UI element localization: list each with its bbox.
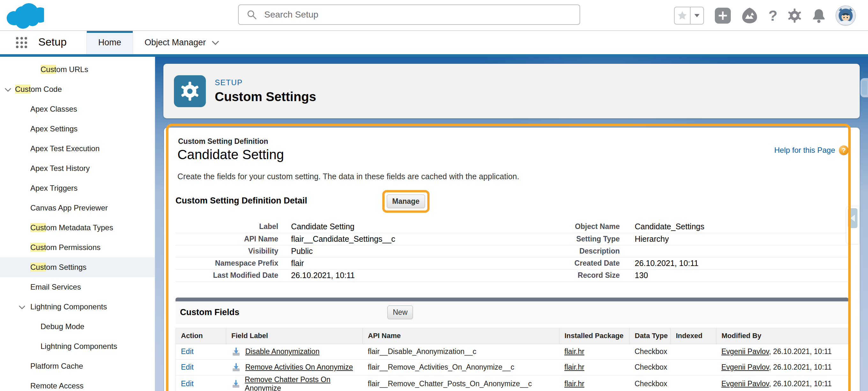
new-field-button[interactable]: New [388,305,413,319]
help-button[interactable]: ? [769,7,777,24]
modified-by-link[interactable]: Evgenii Pavlov [721,347,769,356]
sidebar-item-apex-test-execution[interactable]: Apex Test Execution [0,139,155,159]
entity-title: Candidate Setting [178,147,284,162]
app-launcher-waffle-icon[interactable] [16,37,27,48]
sidebar-item-email-services[interactable]: Email Services [0,277,155,297]
detail-row: LabelCandidate SettingObject NameCandida… [176,221,848,233]
manage-annotation-ring: Manage [382,190,430,213]
help-question-icon[interactable]: ? [839,145,848,155]
sidebar-item-canvas-app-previewer[interactable]: Canvas App Previewer [0,198,155,218]
field-label-cell: Remove Activities On Anonymize [226,359,363,375]
sidebar-item-apex-triggers[interactable]: Apex Triggers [0,178,155,198]
section-top-bar [176,298,848,301]
detail-row: Namespace PrefixflairCreated Date26.10.2… [176,257,848,269]
sidebar-item-label: Apex Triggers [30,184,78,193]
table-row: EditDisable Anonymizationflair__Disable_… [176,344,849,359]
quickfind-highlight: Cust [15,85,31,94]
sidebar-item-label: Canvas App Previewer [30,203,108,213]
field-label-cell: Remove Chatter Posts On Anonymize [226,375,363,391]
detail-value: flair__Candidate_Settings__c [283,233,487,245]
manage-button[interactable]: Manage [387,195,425,208]
sidebar-item-label: Lightning Components [30,302,107,311]
trailhead-button[interactable] [740,7,759,25]
favorites-caret-icon[interactable] [690,7,704,25]
modified-by-link[interactable]: Evgenii Pavlov [721,363,769,371]
column-header-data-type[interactable]: Data Type [630,328,671,344]
sidebar-item-apex-test-history[interactable]: Apex Test History [0,159,155,178]
column-header-installed-package[interactable]: Installed Package [559,328,630,344]
custom-fields-title: Custom Fields [180,307,239,317]
edit-link[interactable]: Edit [181,347,194,356]
detail-label: Last Modified Date [176,269,283,281]
column-header-field-label[interactable]: Field Label [226,328,363,344]
tab-home[interactable]: Home [87,31,133,54]
sidebar-item-custom-code[interactable]: Custom Code [0,79,155,99]
detail-table: LabelCandidate SettingObject NameCandida… [176,221,848,282]
trailhead-icon [740,7,759,25]
sidebar-item-remote-access[interactable]: Remote Access [0,376,155,391]
chevron-down-icon [212,40,219,45]
notifications-button[interactable] [812,8,826,23]
sidebar-item-apex-settings[interactable]: Apex Settings [0,119,155,139]
setup-tree-sidebar: Custom URLsCustom CodeApex ClassesApex S… [0,57,155,391]
installed-package-icon [231,379,241,389]
sidebar-item-label: Apex Test History [30,164,90,173]
modified-by-cell: Evgenii Pavlov, 26.10.2021, 10:11 [716,375,849,391]
detail-row: API Nameflair__Candidate_Settings__cSett… [176,233,848,245]
chevron-down-icon[interactable] [4,85,11,94]
plus-icon [715,8,731,24]
user-avatar[interactable] [835,5,856,26]
app-name: Setup [38,36,67,54]
detail-label: Namespace Prefix [176,257,283,269]
installed-package-icon [231,363,241,372]
sidebar-item-lightning-components[interactable]: Lightning Components [0,297,155,317]
quick-add-button[interactable] [715,8,731,24]
detail-label: Object Name [487,221,624,233]
sidebar-item-custom-permissions[interactable]: Custom Permissions [0,238,155,257]
sidebar-item-custom-urls[interactable]: Custom URLs [0,60,155,79]
setup-button[interactable] [787,8,802,23]
sidebar-item-platform-cache[interactable]: Platform Cache [0,356,155,376]
edge-floating-tab[interactable] [860,78,868,97]
help-for-this-page-link[interactable]: Help for this Page [774,146,835,155]
package-link[interactable]: flair.hr [564,347,585,356]
column-header-api-name[interactable]: API Name [363,328,559,344]
collapse-left-icon [848,208,858,228]
field-label-link[interactable]: Remove Activities On Anonymize [245,363,353,371]
sidebar-item-label: Apex Test Execution [30,144,99,153]
column-header-action[interactable]: Action [176,328,226,344]
indexed-cell [671,344,716,359]
sidebar-item-label: Apex Classes [30,105,77,113]
sidebar-item-custom-metadata-types[interactable]: Custom Metadata Types [0,218,155,238]
field-label-link[interactable]: Disable Anonymization [245,347,320,356]
sidebar-item-label: Custom Settings [30,263,87,272]
collapse-panel-toggle[interactable] [846,206,859,244]
sidebar-item-debug-mode[interactable]: Debug Mode [0,317,155,336]
edit-link[interactable]: Edit [181,380,194,388]
sidebar-item-apex-classes[interactable]: Apex Classes [0,99,155,119]
table-row: EditRemove Chatter Posts On Anonymizefla… [176,375,849,391]
package-link[interactable]: flair.hr [564,363,585,371]
sidebar-item-lightning-components[interactable]: Lightning Components [0,336,155,356]
api-name-cell: flair__Remove_Chatter_Posts_On_Anonymize… [363,375,559,391]
tab-object-manager[interactable]: Object Manager [133,31,231,54]
column-header-modified-by[interactable]: Modified By [716,328,849,344]
field-label-cell: Disable Anonymization [226,344,363,359]
global-header: ? [0,0,868,31]
main-region: SETUP Custom Settings Custom Setting Def… [155,57,868,391]
installed-package-cell: flair.hr [559,359,630,375]
modified-by-link[interactable]: Evgenii Pavlov [721,380,769,388]
detail-label: Description [487,245,624,257]
edit-link[interactable]: Edit [181,363,194,371]
sidebar-item-label: Lightning Components [40,342,117,351]
package-link[interactable]: flair.hr [564,380,585,388]
quickfind-highlight: Cust [30,243,46,252]
sidebar-item-label: Custom URLs [40,65,88,74]
sidebar-item-custom-settings[interactable]: Custom Settings [0,257,155,277]
search-input[interactable] [264,9,580,20]
column-header-indexed[interactable]: Indexed [671,328,716,344]
chevron-down-icon[interactable] [19,302,26,311]
field-label-link[interactable]: Remove Chatter Posts On Anonymize [245,376,363,391]
detail-row: Last Modified Date26.10.2021, 10:11Recor… [176,269,848,281]
favorites-star-icon[interactable] [674,7,690,25]
